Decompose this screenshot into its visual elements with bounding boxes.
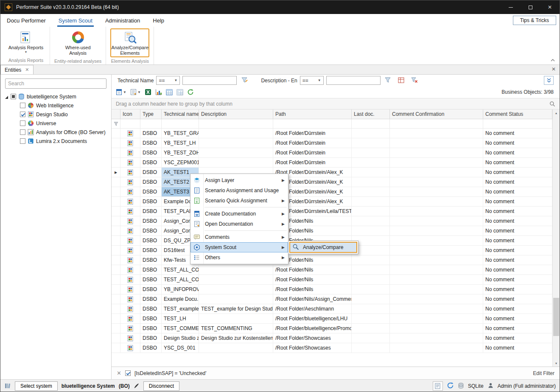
table-row[interactable]: DSBO TEST_LH /Root Folder/bluetelligence… (112, 314, 552, 324)
cell-technical-name[interactable]: YB_INFOPROV... (162, 285, 199, 294)
table-row[interactable]: DSBO TEST_example TEST_example for Desig… (112, 304, 552, 314)
cell-technical-name[interactable]: YSC_DS_001 (162, 343, 199, 353)
refresh-button[interactable] (187, 89, 194, 95)
tab-entities[interactable]: Entities ✕ (0, 65, 34, 74)
header-icon[interactable]: Icon (120, 109, 140, 119)
tab-docu-performer[interactable]: Docu Performer (0, 14, 52, 27)
table-row[interactable]: DSBO TEST_ALL_CO... /Root Folder/Nils No… (112, 265, 552, 275)
close-button[interactable]: ✕ (540, 0, 560, 14)
filter-cell[interactable] (390, 119, 483, 129)
vertical-scrollbar[interactable]: ▲ ▼ (552, 109, 560, 367)
filter-cell[interactable] (483, 119, 552, 129)
menu-item-analyze-compare[interactable]: Analyze/Compare (289, 242, 357, 253)
checkbox-analysis-for-office[interactable] (20, 129, 25, 135)
table-row[interactable]: DSBO YSC_ZEPM001 /Root Folder/Dürrstein … (112, 158, 552, 168)
header-type[interactable]: Type (140, 109, 162, 119)
chevron-down-icon[interactable]: ▼ (123, 90, 126, 94)
tree-node-design-studio[interactable]: Design Studio (0, 110, 111, 119)
tree-node-lumira[interactable]: Lumira 2.x Documents (0, 137, 111, 146)
maximize-button[interactable] (521, 0, 540, 14)
cell-technical-name[interactable]: YB_TEST_LH (162, 138, 199, 148)
tree-node-system[interactable]: bluetelligence System (0, 92, 111, 101)
menu-item-others[interactable]: Others ▶ (190, 252, 288, 263)
menu-item-open-documentation[interactable]: Open Documentation ▶ (190, 219, 288, 229)
menu-item-system-scout[interactable]: System Scout ▶ (190, 242, 288, 252)
menu-item-scenario-assignment[interactable]: Scenario Assignment and Usage (190, 185, 288, 196)
scroll-up-icon[interactable]: ▲ (553, 109, 560, 116)
tips-tricks-button[interactable]: Tips & Tricks (513, 16, 556, 25)
log-document-icon[interactable] (433, 381, 443, 391)
tab-close-icon[interactable]: ✕ (25, 67, 29, 73)
header-path[interactable]: Path (273, 109, 352, 119)
open-documentation-toolbar-button[interactable]: ▼ (130, 89, 141, 95)
header-comment-confirmation[interactable]: Comment Confirmation (390, 109, 483, 119)
table-row[interactable]: DSBO Design Studio z... Design Studio zu… (112, 333, 552, 343)
cell-technical-name[interactable]: TEST_ALL_CO... (162, 275, 199, 285)
close-filter-icon[interactable]: ✕ (117, 370, 121, 376)
tab-system-scout[interactable]: System Scout (52, 14, 99, 27)
apply-filters-button[interactable] (383, 76, 394, 85)
table-row[interactable]: DSBO YSC_DS_001 /Root Folder/Showcases N… (112, 343, 552, 353)
cell-technical-name[interactable]: Example Docu... (162, 294, 199, 304)
table-row[interactable]: DSBO AK_TEST2 /Root Folder/Dürrstein/Ale… (112, 177, 552, 187)
table-row[interactable]: DSBO Example Doc... /Root Folder/Dürrste… (112, 197, 552, 207)
edit-filter-link[interactable]: Edit Filter (533, 370, 554, 376)
filter-editor-button[interactable] (396, 76, 407, 85)
group-by-bar[interactable]: Drag a column header here to group by th… (112, 98, 560, 109)
data-grid-view-button[interactable] (166, 89, 173, 95)
ribbon-collapse-chevron[interactable] (550, 58, 555, 63)
description-operator-select[interactable]: ==▼ (300, 76, 324, 85)
create-documentation-toolbar-button[interactable]: ▼ (116, 89, 126, 95)
cell-technical-name[interactable]: TEST_LH (162, 314, 199, 324)
filter-cell[interactable] (162, 119, 199, 129)
menu-item-comments[interactable]: Comments ▶ (190, 232, 288, 242)
tab-help[interactable]: Help (146, 14, 171, 27)
table-row[interactable]: DSBO Kfw-Tests /Root Folder/Nils No comm… (112, 255, 552, 265)
analyze-compare-elements-button[interactable]: Analyze/Compare Elements (110, 28, 149, 57)
filter-enabled-checkbox[interactable] (125, 370, 131, 376)
cell-technical-name[interactable]: TEST_ALL_CO... (162, 265, 199, 275)
cell-technical-name[interactable]: YSC_ZEPM001 (162, 158, 199, 168)
table-row[interactable]: DSBO TEST_ALL_CO... /Root Folder/Nils No… (112, 275, 552, 285)
filter-cell[interactable] (120, 119, 140, 129)
menu-item-assign-layer[interactable]: Assign Layer ▶ (190, 175, 288, 185)
checkbox-universe[interactable] (20, 120, 25, 126)
clear-filter-button[interactable] (409, 76, 420, 85)
select-system-button[interactable]: Select system (15, 381, 58, 391)
table-row[interactable]: DSBO Assign_Comm... /Root Folder/Nils No… (112, 226, 552, 236)
search-icon[interactable] (549, 101, 555, 107)
filter-cell[interactable] (140, 119, 162, 129)
filter-cell[interactable] (352, 119, 390, 129)
cell-technical-name[interactable]: TEST_example (162, 304, 199, 314)
tab-administration[interactable]: Administration (99, 14, 146, 27)
scroll-down-icon[interactable]: ▼ (553, 360, 560, 367)
filter-cell[interactable] (273, 119, 352, 129)
tree-node-analysis-for-office[interactable]: Analysis for Office (BO Server) (0, 128, 111, 137)
pivot-grid-view-button[interactable] (176, 89, 183, 95)
minimize-button[interactable] (501, 0, 521, 14)
checkbox-lumira[interactable] (20, 138, 25, 144)
library-icon[interactable] (4, 382, 11, 390)
table-row[interactable]: DSBO AK_TEST3 /Root Folder/Dürrstein/Ale… (112, 187, 552, 197)
cell-technical-name[interactable]: TEST_COMME... (162, 324, 199, 333)
disconnect-button[interactable]: Disconnect (143, 381, 179, 391)
expand-filter-panel-button[interactable] (544, 76, 554, 85)
table-row[interactable]: DSBO TEST_COMME... TEST_COMMENTING /Root… (112, 324, 552, 333)
technical-name-filter-input[interactable] (182, 76, 237, 85)
analysis-reports-button[interactable]: Analysis Reports ▾ (6, 28, 45, 55)
checkbox-system[interactable] (11, 94, 16, 99)
scrollbar-thumb[interactable] (553, 298, 559, 336)
panel-close-icon[interactable]: ✕ (552, 66, 556, 72)
header-last-doc[interactable]: Last doc. (352, 109, 390, 119)
table-row[interactable]: DSBO AK_TEST1 /Root Folder/Dürrstein/Ale… (112, 168, 552, 177)
header-description[interactable]: Description (199, 109, 273, 119)
checkbox-web-intelligence[interactable] (20, 103, 25, 108)
technical-name-operator-select[interactable]: ==▼ (156, 76, 180, 85)
where-used-analysis-button[interactable]: Where-used Analysis (59, 28, 98, 57)
edit-system-icon[interactable] (134, 383, 140, 390)
menu-item-scenario-quick-assignment[interactable]: Scenario Quick Assignment ▶ (190, 196, 288, 206)
header-comment-status[interactable]: Comment Status (483, 109, 552, 119)
apply-technical-name-filter-button[interactable] (239, 76, 250, 85)
tree-node-universe[interactable]: Universe (0, 119, 111, 128)
chart-button[interactable] (155, 89, 162, 95)
